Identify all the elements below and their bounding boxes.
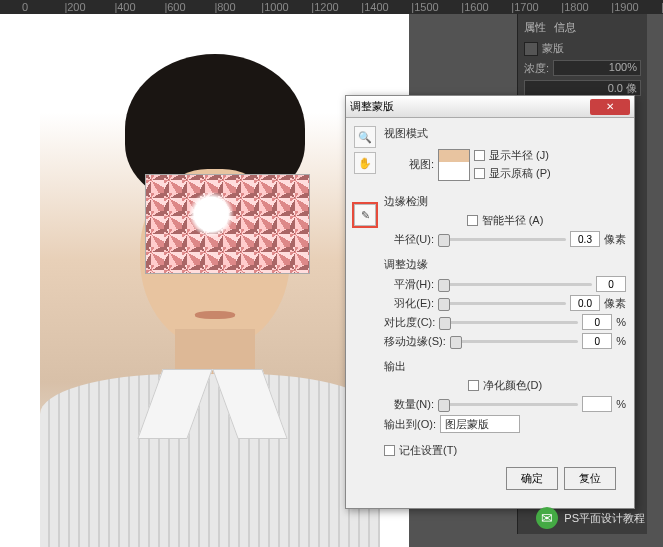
smart-radius-checkbox[interactable] xyxy=(467,215,478,226)
smooth-slider[interactable] xyxy=(438,283,592,286)
contrast-field[interactable] xyxy=(582,314,612,330)
shirt-shape xyxy=(40,374,380,547)
smooth-field[interactable] xyxy=(596,276,626,292)
purify-label: 净化颜色(D) xyxy=(483,378,542,393)
view-label: 视图: xyxy=(384,157,434,172)
tab-info[interactable]: 信息 xyxy=(554,20,576,35)
view-mode-title: 视图模式 xyxy=(384,126,626,141)
feather-unit: 像素 xyxy=(604,296,626,311)
smart-radius-label: 智能半径 (A) xyxy=(482,213,544,228)
show-original-checkbox[interactable] xyxy=(474,168,485,179)
opacity-label: 浓度: xyxy=(524,61,549,76)
edge-detect-title: 边缘检测 xyxy=(384,194,626,209)
feather-slider[interactable] xyxy=(438,302,566,305)
radius-unit: 像素 xyxy=(604,232,626,247)
output-dropdown[interactable]: 图层蒙版 xyxy=(440,415,520,433)
radius-field[interactable] xyxy=(570,231,600,247)
output-to-label: 输出到(O): xyxy=(384,417,436,432)
show-radius-label: 显示半径 (J) xyxy=(489,148,549,163)
show-original-label: 显示原稿 (P) xyxy=(489,166,551,181)
opacity-field[interactable]: 100% xyxy=(553,60,641,76)
feather-field[interactable]: 0.0 像 xyxy=(524,80,641,96)
amount-field[interactable] xyxy=(582,396,612,412)
zoom-icon[interactable]: 🔍 xyxy=(354,126,376,148)
purify-checkbox[interactable] xyxy=(468,380,479,391)
output-group: 输出 净化颜色(D) 数量(N):% 输出到(O):图层蒙版 xyxy=(384,359,626,433)
radius-slider[interactable] xyxy=(438,238,566,241)
hand-icon[interactable]: ✋ xyxy=(354,152,376,174)
amount-label: 数量(N): xyxy=(384,397,434,412)
amount-slider[interactable] xyxy=(438,403,578,406)
feather-field[interactable] xyxy=(570,295,600,311)
view-mode-group: 视图模式 视图: 显示半径 (J) 显示原稿 (P) xyxy=(384,126,626,184)
amount-unit: % xyxy=(616,398,626,410)
adjust-edge-title: 调整边缘 xyxy=(384,257,626,272)
refine-mask-dialog: 调整蒙版 ✕ 🔍 ✋ ✎ 视图模式 视图: 显示半径 (J) 显示原稿 (P) xyxy=(345,95,635,509)
tab-properties[interactable]: 属性 xyxy=(524,20,546,35)
watermark: ✉ PS平面设计教程 xyxy=(536,507,645,529)
adjust-edge-group: 调整边缘 平滑(H): 羽化(E):像素 对比度(C):% 移动边缘(S):% xyxy=(384,257,626,349)
edge-detect-group: 边缘检测 智能半径 (A) 半径(U): 像素 xyxy=(384,194,626,247)
contrast-slider[interactable] xyxy=(439,321,578,324)
brush-icon[interactable]: ✎ xyxy=(354,204,376,226)
mask-label: 蒙版 xyxy=(542,41,564,56)
watermark-text: PS平面设计教程 xyxy=(564,511,645,526)
view-thumbnail[interactable] xyxy=(438,149,470,181)
mosaic-censor xyxy=(145,174,310,274)
smooth-label: 平滑(H): xyxy=(384,277,434,292)
reset-button[interactable]: 复位 xyxy=(564,467,616,490)
shift-field[interactable] xyxy=(582,333,612,349)
dialog-titlebar[interactable]: 调整蒙版 ✕ xyxy=(346,96,634,118)
feather-label: 羽化(E): xyxy=(384,296,434,311)
radius-label: 半径(U): xyxy=(384,232,434,247)
shift-label: 移动边缘(S): xyxy=(384,334,446,349)
ok-button[interactable]: 确定 xyxy=(506,467,558,490)
contrast-unit: % xyxy=(616,316,626,328)
output-title: 输出 xyxy=(384,359,626,374)
shift-slider[interactable] xyxy=(450,340,578,343)
mouth xyxy=(195,311,235,319)
remember-checkbox[interactable] xyxy=(384,445,395,456)
ruler-horizontal: 0|200|400|600|800|1000|1200|1400|1500|16… xyxy=(0,0,663,14)
portrait-photo xyxy=(40,39,380,529)
close-icon[interactable]: ✕ xyxy=(590,99,630,115)
show-radius-checkbox[interactable] xyxy=(474,150,485,161)
remember-label: 记住设置(T) xyxy=(399,443,457,458)
mask-icon xyxy=(524,42,538,56)
dialog-title: 调整蒙版 xyxy=(350,99,394,114)
wechat-icon: ✉ xyxy=(536,507,558,529)
shift-unit: % xyxy=(616,335,626,347)
contrast-label: 对比度(C): xyxy=(384,315,435,330)
